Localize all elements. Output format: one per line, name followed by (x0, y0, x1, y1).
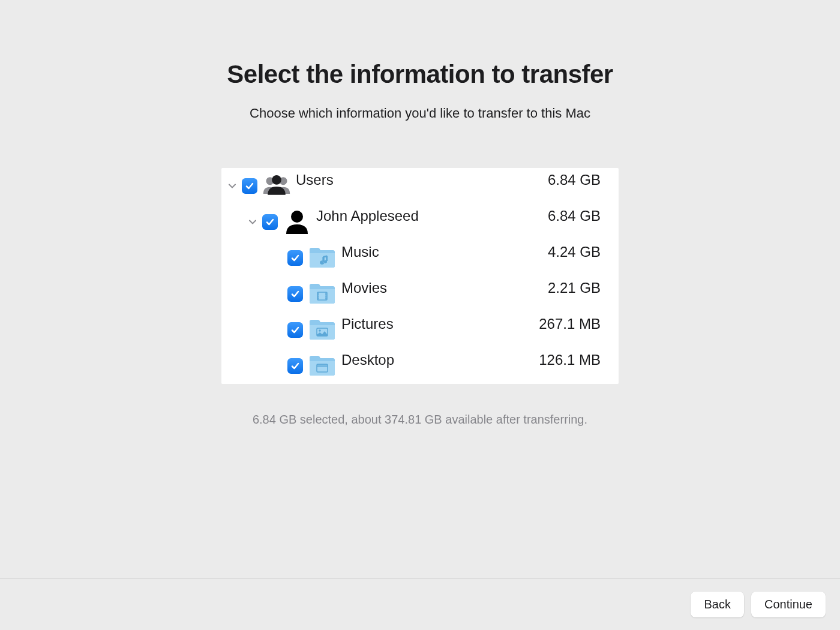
svg-point-2 (272, 175, 281, 185)
row-size: 6.84 GB (548, 168, 608, 188)
music-folder-icon (308, 244, 337, 272)
status-text: 6.84 GB selected, about 374.81 GB availa… (253, 413, 587, 427)
transfer-tree: Users 6.84 GB John Appleseed 6 (221, 168, 619, 384)
tree-row-pictures[interactable]: Pictures 267.1 MB (221, 312, 619, 348)
pictures-folder-icon (308, 316, 337, 344)
tree-row-users[interactable]: Users 6.84 GB (221, 168, 619, 204)
footer: Back Continue (0, 578, 840, 630)
back-button[interactable]: Back (691, 592, 743, 617)
checkbox-users[interactable] (242, 178, 257, 194)
row-size: 126.1 MB (539, 348, 608, 368)
chevron-down-icon[interactable] (227, 181, 237, 191)
checkbox-desktop[interactable] (287, 358, 303, 374)
row-label: John Appleseed (316, 204, 548, 224)
tree-row-movies[interactable]: Movies 2.21 GB (221, 276, 619, 312)
checkbox-music[interactable] (287, 250, 303, 266)
tree-row-user[interactable]: John Appleseed 6.84 GB (221, 204, 619, 240)
row-size: 267.1 MB (539, 312, 608, 332)
desktop-folder-icon (308, 352, 337, 380)
tree-row-desktop[interactable]: Desktop 126.1 MB (221, 348, 619, 384)
users-group-icon (262, 172, 291, 200)
row-size: 2.21 GB (548, 276, 608, 296)
continue-button[interactable]: Continue (751, 592, 826, 617)
checkbox-pictures[interactable] (287, 322, 303, 338)
page-subtitle: Choose which information you'd like to t… (250, 106, 590, 121)
movies-folder-icon (308, 280, 337, 308)
migration-assistant-window: Select the information to transfer Choos… (0, 0, 840, 630)
svg-rect-18 (317, 364, 328, 367)
svg-point-16 (319, 329, 321, 332)
person-icon (283, 208, 311, 236)
row-label: Music (341, 240, 548, 260)
row-size: 4.24 GB (548, 240, 608, 260)
checkbox-movies[interactable] (287, 286, 303, 302)
tree-row-music[interactable]: Music 4.24 GB (221, 240, 619, 276)
row-label: Desktop (341, 348, 539, 368)
main-content: Select the information to transfer Choos… (0, 0, 840, 578)
row-label: Movies (341, 276, 548, 296)
chevron-down-icon[interactable] (248, 217, 257, 227)
row-label: Pictures (341, 312, 539, 332)
row-size: 6.84 GB (548, 204, 608, 224)
page-title: Select the information to transfer (227, 60, 613, 89)
row-label: Users (296, 168, 548, 188)
svg-point-3 (291, 211, 303, 223)
checkbox-user[interactable] (262, 214, 278, 230)
